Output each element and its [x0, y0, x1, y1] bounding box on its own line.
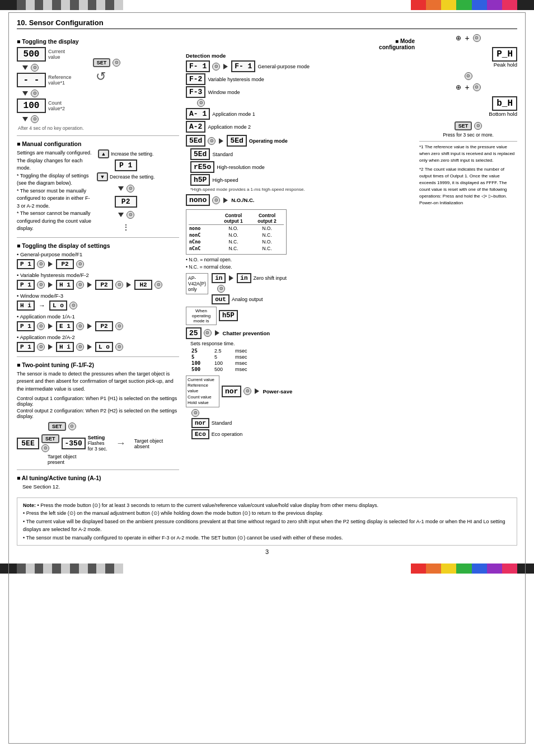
analog-zero-shift-label: Zero shift input [254, 275, 287, 281]
app2-btn2[interactable]: ⊙ [76, 343, 84, 351]
set-circle-btn[interactable]: ⊙ [113, 59, 120, 67]
ap-label: AP-V42A(P)only [186, 273, 208, 294]
decrease-knob[interactable]: ▼ [97, 172, 108, 181]
ps-standard-label: Standard [212, 420, 232, 426]
chatter-num-100: 100 [214, 360, 235, 366]
nonc-row3-code: nCno [189, 238, 217, 245]
powersave-heading: Power-save [263, 388, 292, 395]
tuning-display-see: 5EE [17, 438, 39, 449]
crosshair-symbol: ⊕ [456, 34, 461, 42]
app1-btn3[interactable]: ⊙ [115, 322, 123, 330]
nonc-header-0 [189, 212, 217, 225]
nonc-notes: • N.O. = normal open. • N.C. = normal cl… [186, 256, 415, 271]
nonc-row4-out2: N.C. [250, 245, 284, 252]
mode-btn-1[interactable]: ⊙ [31, 64, 39, 72]
note-bullet-4: • The sensor must be manually configured… [23, 535, 343, 541]
set-circle-present[interactable]: ⊙ [68, 422, 76, 430]
set-circle-present2[interactable]: ⊙ [41, 444, 49, 452]
manual-note-2: * The sensor must be manually configured… [17, 188, 90, 209]
mode-symbol-btn[interactable]: ⊙ [473, 34, 481, 42]
set-btn-present[interactable]: SET [48, 422, 66, 431]
op-5ed-label: 5Ed [190, 148, 210, 160]
nonc-heading: N.O./N.C. [231, 197, 254, 203]
analog-btn[interactable]: ⊙ [217, 285, 225, 293]
set-circle-right[interactable]: ⊙ [474, 122, 482, 130]
ai-tuning-section: ■ AI tuning/Active tuning (A-1) See Sect… [17, 475, 179, 490]
powersave-btn[interactable]: ⊙ [243, 387, 251, 395]
gp-btn2[interactable]: ⊙ [76, 260, 84, 268]
count-value-label: Countvalue*2 [48, 100, 65, 111]
win-btn1[interactable]: ⊙ [69, 302, 77, 309]
nonc-arrow [223, 198, 228, 203]
app1-arrow1 [48, 323, 53, 329]
sep-4 [17, 469, 179, 470]
mode-btn-p[interactable]: ⊙ [127, 185, 134, 192]
mode-config-heading: ■ Modeconfiguration [186, 38, 415, 50]
set-btn-right[interactable]: SET [455, 121, 472, 130]
vh-btn4[interactable]: ⊙ [154, 281, 162, 289]
chatter-desc: Sets response time. [190, 341, 415, 346]
chatter-arrow [215, 330, 219, 336]
arrow-down-2 [22, 91, 28, 96]
set-btn-present2[interactable]: SET [41, 434, 59, 443]
peak-hold-code: P_H [492, 47, 517, 62]
mode-btn-center[interactable]: ⊙ [465, 72, 472, 80]
mode-btn-2[interactable]: ⊙ [31, 90, 39, 97]
app2-btn1[interactable]: ⊙ [37, 343, 45, 351]
op-h5p-code: h5P [190, 174, 210, 186]
mode-btn-p2[interactable]: ⊙ [127, 211, 134, 219]
app1-btn1[interactable]: ⊙ [37, 322, 45, 330]
vh-btn3[interactable]: ⊙ [115, 281, 123, 289]
mode-f1-btn[interactable]: ⊙ [212, 63, 220, 71]
sep-2 [17, 237, 179, 238]
highspeed-note: *High-speed mode provides a 1-ms high-sp… [190, 187, 415, 192]
powersave-btn2[interactable]: ⊙ [191, 409, 199, 417]
chatter-unit-100: msec [235, 360, 263, 366]
increase-knob[interactable]: ▲ [98, 149, 109, 158]
page-content: 10. Sensor Configuration ■ Toggling the … [0, 10, 534, 564]
nonc-row4-code: nCnC [189, 245, 217, 252]
nonc-btn[interactable]: ⊙ [212, 196, 220, 204]
mode-symbol-btn2[interactable]: ⊙ [473, 83, 481, 91]
op-standard-label: Standard [212, 152, 233, 157]
nonc-row4-out1: N.C. [217, 245, 250, 252]
bottom-hold-label: Bottom hold [419, 111, 517, 117]
count-value-row: 100 Countvalue*2 [17, 98, 84, 113]
gp-btn1[interactable]: ⊙ [37, 260, 45, 268]
tuning-present-group: SET ⊙ 5EE SET ⊙ -350 Setting [17, 422, 107, 465]
nonc-row2-out1: N.O. [217, 232, 250, 238]
chatter-btn[interactable]: ⊙ [204, 329, 212, 337]
nonc-row2-code: nonC [189, 232, 217, 238]
app1-arrow2 [87, 323, 92, 329]
bottom-bar-right [411, 564, 534, 574]
app1-btn2[interactable]: ⊙ [76, 322, 84, 330]
increase-label: Increase the setting. [111, 151, 154, 157]
two-point-ctrl1: Control output 1 configuration: When P1 … [17, 396, 177, 407]
setting-label: Setting [88, 435, 105, 440]
win-mode-label: • Window mode/F-3 [17, 293, 179, 299]
footnote-2: *2 The count value indicates the number … [419, 166, 517, 206]
app2-btn3[interactable]: ⊙ [115, 343, 123, 351]
top-decorative-bar [0, 0, 534, 10]
toggling-display-section: ■ Toggling the display 500 Currentvalue [17, 38, 179, 131]
analog-in-code2: in [237, 273, 251, 283]
op-btn[interactable]: ⊙ [208, 137, 216, 145]
bottom-bar-stripes [17, 564, 123, 574]
chatter-val-5: 5 [191, 354, 214, 360]
press-note: Press for 3 sec or more. [419, 132, 517, 138]
manual-config-heading: ■ Manual configuration [17, 140, 179, 147]
mode-a2-code: A-2 [186, 121, 205, 133]
note-section: Note: • Press the mode button (⊙) for at… [17, 497, 517, 546]
bottom-hold-code: b_H [492, 96, 517, 111]
flashes-label: Flashesfor 3 sec. [88, 440, 107, 452]
app1-mode-label: • Application mode 1/A-1 [17, 313, 179, 320]
vh-btn1[interactable]: ⊙ [37, 281, 45, 289]
op-highspeed-label: High-speed [212, 177, 238, 183]
mode-det-btn[interactable]: ⊙ [197, 99, 205, 107]
mode-btn-3[interactable]: ⊙ [31, 115, 39, 123]
set-button-top[interactable]: SET [93, 58, 111, 67]
vh-btn2[interactable]: ⊙ [76, 281, 84, 289]
manual-config-desc: Settings are manually configured. The di… [17, 150, 92, 171]
plus-symbol2: + [465, 83, 469, 92]
top-bar-stripes [17, 0, 123, 10]
